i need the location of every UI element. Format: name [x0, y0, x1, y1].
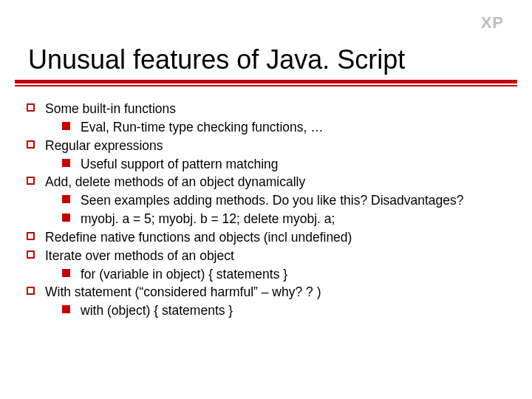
slide-body: Some built-in functionsEval, Run-time ty…: [0, 95, 532, 320]
title-underline: [15, 80, 517, 86]
list-item-text: Seen examples adding methods. Do you lik…: [81, 191, 510, 210]
list-item-text: for (variable in object) { statements }: [81, 265, 510, 284]
square-hollow-icon: [27, 177, 35, 185]
list-item: Redefine native functions and objects (i…: [27, 228, 510, 247]
list-item: Eval, Run-time type checking functions, …: [62, 118, 510, 137]
square-hollow-icon: [27, 232, 35, 240]
square-solid-icon: [62, 122, 70, 130]
square-solid-icon: [62, 159, 70, 167]
square-hollow-icon: [27, 140, 35, 149]
square-solid-icon: [62, 214, 70, 222]
list-item: Seen examples adding methods. Do you lik…: [62, 191, 510, 210]
list-item: Useful support of pattern matching: [62, 155, 510, 174]
square-solid-icon: [62, 195, 70, 203]
list-item: with (object) { statements }: [62, 301, 510, 320]
list-item: Regular expressions: [27, 137, 510, 155]
list-item: Some built-in functions: [27, 100, 510, 118]
square-hollow-icon: [27, 287, 35, 295]
corner-badge: XP: [481, 13, 504, 33]
list-item: With statement (“considered harmful” – w…: [27, 283, 510, 301]
list-item: for (variable in object) { statements }: [62, 265, 510, 284]
list-item-text: Iterate over methods of an object: [45, 247, 510, 265]
list-item-text: with (object) { statements }: [81, 301, 510, 320]
list-item-text: Add, delete methods of an object dynamic…: [45, 173, 510, 191]
list-item-text: Redefine native functions and objects (i…: [45, 228, 510, 247]
list-item: Add, delete methods of an object dynamic…: [27, 173, 510, 191]
square-hollow-icon: [27, 103, 35, 112]
list-item-text: Some built-in functions: [45, 100, 510, 118]
list-item-text: Regular expressions: [45, 137, 510, 155]
list-item-text: With statement (“considered harmful” – w…: [45, 283, 510, 301]
square-solid-icon: [62, 269, 70, 277]
list-item-text: Eval, Run-time type checking functions, …: [81, 118, 510, 137]
square-hollow-icon: [27, 250, 35, 259]
list-item-text: Useful support of pattern matching: [81, 155, 510, 174]
slide-title: Unusual features of Java. Script: [0, 0, 532, 75]
list-item-text: myobj. a = 5; myobj. b = 12; delete myob…: [81, 210, 510, 228]
square-solid-icon: [62, 305, 70, 313]
list-item: myobj. a = 5; myobj. b = 12; delete myob…: [62, 210, 510, 228]
list-item: Iterate over methods of an object: [27, 247, 510, 265]
